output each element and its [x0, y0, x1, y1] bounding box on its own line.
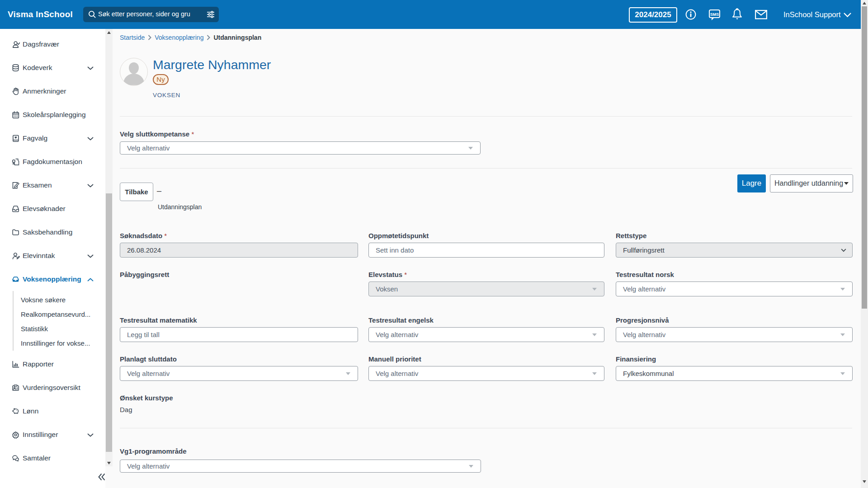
svg-text:SMS: SMS: [710, 12, 719, 17]
